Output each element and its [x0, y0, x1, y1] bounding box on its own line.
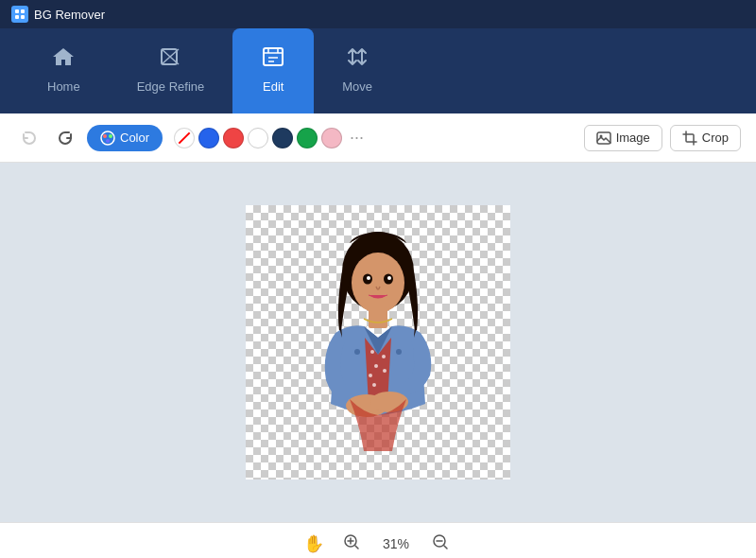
image-label: Image: [616, 131, 650, 145]
zoom-out-button[interactable]: [428, 530, 453, 558]
svg-point-20: [382, 355, 386, 358]
app-title: BG Remover: [34, 8, 105, 22]
zoom-value: 31%: [379, 536, 413, 551]
svg-rect-3: [21, 15, 25, 19]
svg-rect-0: [15, 9, 19, 13]
person-image: [246, 205, 510, 480]
svg-point-22: [369, 374, 372, 377]
color-label: Color: [120, 131, 149, 145]
nav-item-edge-refine[interactable]: Edge Refine: [109, 28, 233, 113]
more-colors-button[interactable]: ···: [346, 126, 368, 149]
edge-refine-icon: [158, 45, 182, 74]
color-swatches: ···: [174, 126, 368, 149]
nav-edit-label: Edit: [263, 79, 284, 94]
color-swatch-green[interactable]: [297, 128, 318, 148]
svg-point-19: [370, 350, 374, 354]
nav-item-edit[interactable]: Edit: [232, 28, 314, 113]
svg-point-16: [367, 276, 370, 280]
image-button[interactable]: Image: [584, 125, 662, 151]
svg-point-23: [383, 369, 387, 373]
color-swatch-red[interactable]: [223, 128, 244, 148]
zoom-in-button[interactable]: [339, 530, 364, 558]
svg-rect-5: [264, 48, 283, 65]
color-swatch-blue[interactable]: [198, 128, 219, 148]
edit-icon: [261, 45, 285, 74]
svg-point-21: [374, 364, 378, 368]
nav-item-home[interactable]: Home: [19, 28, 109, 113]
app-logo-icon: [11, 6, 28, 23]
svg-rect-18: [369, 309, 387, 328]
svg-point-24: [372, 383, 376, 387]
svg-rect-2: [15, 15, 19, 19]
svg-point-7: [103, 134, 107, 138]
canvas-area: [0, 163, 756, 522]
color-swatch-pink[interactable]: [321, 128, 342, 148]
move-icon: [345, 45, 369, 74]
color-button[interactable]: Color: [87, 125, 163, 151]
svg-point-13: [352, 253, 404, 313]
home-icon: [51, 45, 76, 74]
hand-tool-icon[interactable]: ✋: [303, 533, 324, 554]
main-nav: Home Edge Refine Edit: [0, 28, 756, 113]
svg-point-27: [354, 349, 360, 355]
image-container: [246, 205, 510, 480]
svg-point-17: [387, 276, 391, 280]
nav-edge-refine-label: Edge Refine: [137, 79, 205, 94]
nav-item-move[interactable]: Move: [314, 28, 401, 113]
redo-button[interactable]: [51, 124, 79, 152]
app-logo: BG Remover: [11, 6, 105, 23]
svg-rect-1: [21, 9, 25, 13]
crop-label: Crop: [702, 131, 729, 145]
nav-home-label: Home: [47, 79, 80, 94]
color-swatch-dark-blue[interactable]: [272, 128, 293, 148]
toolbar: Color ··· Image Crop: [0, 113, 756, 163]
color-swatch-none[interactable]: [174, 128, 195, 148]
svg-point-28: [396, 349, 402, 355]
undo-button[interactable]: [15, 124, 43, 152]
crop-button[interactable]: Crop: [670, 125, 741, 151]
color-swatch-white[interactable]: [248, 128, 268, 148]
zoom-bar: ✋ 31%: [0, 522, 756, 558]
svg-point-8: [109, 134, 112, 138]
app-header: BG Remover: [0, 0, 756, 28]
svg-point-9: [106, 139, 110, 143]
nav-move-label: Move: [342, 79, 372, 94]
